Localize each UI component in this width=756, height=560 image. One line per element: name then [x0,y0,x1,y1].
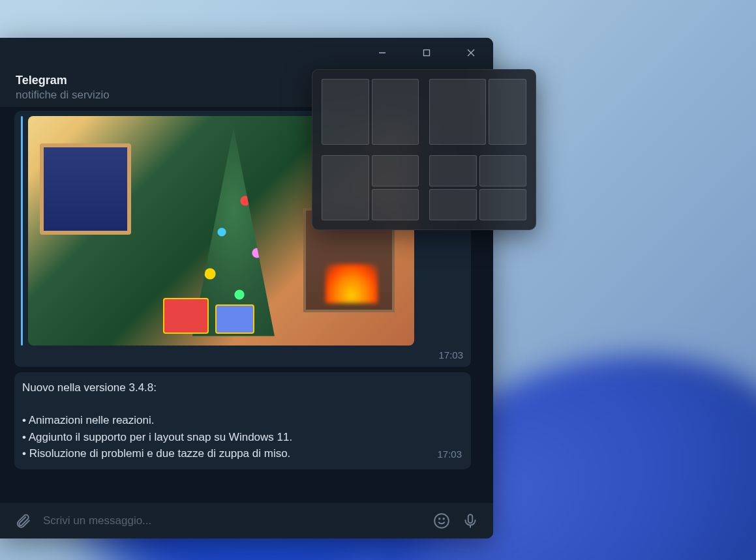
message-timestamp: 17:03 [437,447,462,461]
emoji-icon[interactable] [433,512,450,529]
svg-point-5 [439,518,440,520]
snap-zone[interactable] [429,155,477,186]
illustration-window [40,143,131,235]
maximize-button[interactable] [404,38,449,67]
illustration-presents [163,288,280,334]
snap-layout-split-half [322,79,419,145]
snap-zone[interactable] [372,79,419,145]
snap-zone[interactable] [322,155,369,221]
snap-zone[interactable] [322,79,369,145]
svg-rect-1 [424,50,430,55]
snap-zone[interactable] [372,189,419,220]
minimize-button[interactable] [360,38,404,67]
snap-layout-three-left-stack [322,155,419,221]
reply-indicator-bar [21,116,23,346]
changelog-title: Nuovo nella versione 3.4.8: [22,380,462,396]
svg-point-4 [434,514,449,528]
window-titlebar [0,38,493,67]
changelog-item: • Animazioni nelle reazioni. [22,413,462,428]
snap-layouts-flyout [312,69,536,230]
snap-layout-split-two-thirds [429,79,526,145]
message-input[interactable] [43,514,421,527]
changelog-item: • Aggiunto il supporto per i layout snap… [22,430,462,445]
svg-point-6 [443,518,444,520]
snap-zone[interactable] [479,189,527,220]
snap-zone[interactable] [479,155,527,186]
message-timestamp: 17:03 [21,348,463,362]
microphone-icon[interactable] [462,512,479,529]
snap-zone[interactable] [429,189,477,220]
changelog-item: • Risoluzione di problemi e due tazze di… [22,446,462,462]
snap-zone[interactable] [372,155,419,186]
snap-zone[interactable] [489,79,526,145]
attach-icon[interactable] [14,512,31,529]
message-bubble[interactable]: Nuovo nella versione 3.4.8: • Animazioni… [14,372,471,469]
svg-rect-7 [468,514,473,523]
close-button[interactable] [449,38,493,67]
snap-zone[interactable] [429,79,486,145]
compose-bar [0,503,493,538]
snap-layout-quadrant [429,155,526,221]
